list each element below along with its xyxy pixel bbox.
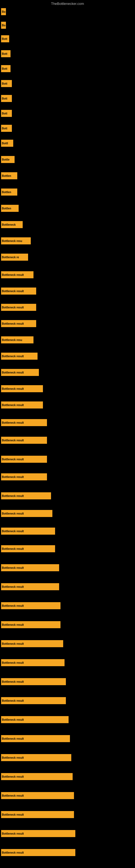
- bar: Bo: [1, 22, 6, 29]
- bar-item: Bo: [1, 8, 6, 15]
- bar: Bott: [1, 95, 12, 102]
- bar-item: Bo: [1, 22, 6, 29]
- bar: Bottleneck result: [1, 697, 66, 704]
- bar: Bottleneck result: [1, 716, 69, 723]
- bar-item: Bottleneck result: [1, 697, 66, 704]
- bar: Bottleneck result: [1, 811, 74, 818]
- bar: Bott: [1, 125, 12, 132]
- bar: Bottleneck result: [1, 369, 39, 376]
- bar: Bottleneck result: [1, 419, 47, 426]
- bar-item: Bottleneck result: [1, 510, 52, 517]
- bar-item: Bottlen: [1, 172, 17, 179]
- bar-item: Bottleneck result: [1, 492, 51, 499]
- bar: Bottleneck result: [1, 773, 73, 780]
- bar-item: Bottleneck result: [1, 352, 38, 360]
- bar: Bottleneck re: [1, 254, 28, 261]
- bar: Bottleneck result: [1, 320, 36, 327]
- bar-item: Bottleneck result: [1, 564, 59, 571]
- bar-item: Bottleneck result: [1, 437, 47, 444]
- bar-item: Bottlen: [1, 188, 17, 195]
- bar: Bottleneck result: [1, 849, 75, 856]
- bar-item: Bottleneck result: [1, 830, 75, 837]
- bar-item: Bott: [1, 35, 9, 42]
- bar-item: Bott: [1, 110, 12, 117]
- bar: Bottleneck result: [1, 304, 36, 311]
- bar-item: Bott: [1, 50, 10, 57]
- bar-item: Bottleneck result: [1, 545, 55, 552]
- bar: Bottleneck result: [1, 583, 59, 590]
- bar-item: Bottleneck result: [1, 320, 36, 327]
- bar-item: Bottleneck result: [1, 678, 66, 685]
- bar-item: Bottlen: [1, 205, 18, 212]
- bar-item: Bottleneck result: [1, 716, 69, 723]
- bar: Bottleneck result: [1, 287, 36, 294]
- bar-item: Bottleneck resu: [1, 237, 31, 244]
- bar-item: Bottleneck result: [1, 811, 74, 818]
- bar: Bottleneck result: [1, 510, 52, 517]
- bar: Bottleneck result: [1, 735, 70, 742]
- bar-item: Bott: [1, 95, 12, 102]
- bar-item: Bottleneck result: [1, 456, 47, 463]
- bar: Bott: [1, 80, 12, 87]
- bar-item: Bottleneck result: [1, 849, 75, 856]
- bar: Bottl: [1, 140, 13, 147]
- bar: Bottleneck result: [1, 754, 71, 761]
- site-title: TheBottlenecker.com: [0, 0, 135, 7]
- bar: Bottleneck result: [1, 473, 47, 480]
- bar-item: Bottleneck result: [1, 385, 43, 392]
- bar: Bottleneck result: [1, 271, 34, 278]
- bar: Bottleneck result: [1, 385, 43, 392]
- bar: Bottle: [1, 156, 14, 163]
- bar: Bottleneck resu: [1, 237, 31, 244]
- bar-item: Bottleneck result: [1, 602, 60, 609]
- bar-item: Bottleneck result: [1, 304, 36, 311]
- bar-item: Bottleneck: [1, 221, 23, 228]
- bar-item: Bottleneck result: [1, 640, 63, 647]
- bar: Bott: [1, 35, 9, 42]
- bar: Bottleneck resu: [1, 336, 34, 343]
- bar: Bottlen: [1, 172, 17, 179]
- bar-item: Bottleneck result: [1, 369, 39, 376]
- bar: Bottleneck result: [1, 492, 51, 499]
- bar-item: Bott: [1, 80, 12, 87]
- bar-item: Bottle: [1, 156, 14, 163]
- bar: Bottleneck result: [1, 602, 60, 609]
- bar-item: Bottleneck re: [1, 254, 28, 261]
- bar: Bo: [1, 8, 6, 15]
- bar-item: Bottleneck result: [1, 659, 64, 666]
- bar: Bottleneck result: [1, 437, 47, 444]
- bar-item: Bottleneck result: [1, 773, 73, 780]
- bar: Bottleneck result: [1, 792, 74, 799]
- bar: Bottleneck result: [1, 830, 75, 837]
- bar: Bott: [1, 50, 10, 57]
- bar: Bottleneck: [1, 221, 23, 228]
- bar-item: Bottleneck result: [1, 528, 55, 535]
- bar-item: Bottleneck result: [1, 621, 60, 628]
- bar: Bottleneck result: [1, 621, 60, 628]
- bar-item: Bottleneck result: [1, 401, 43, 408]
- bar-item: Bottleneck result: [1, 419, 47, 426]
- bar: Bottleneck result: [1, 401, 43, 408]
- bar: Bottleneck result: [1, 659, 64, 666]
- bar-item: Bottleneck result: [1, 754, 71, 761]
- bar-item: Bottleneck resu: [1, 336, 34, 343]
- bar-item: Bott: [1, 125, 12, 132]
- bar: Bott: [1, 65, 10, 72]
- bar-item: Bottleneck result: [1, 583, 59, 590]
- bar: Bottleneck result: [1, 352, 38, 360]
- bar-item: Bottleneck result: [1, 792, 74, 799]
- bar-item: Bottl: [1, 140, 13, 147]
- bar: Bottleneck result: [1, 545, 55, 552]
- bar: Bottleneck result: [1, 528, 55, 535]
- bar: Bottlen: [1, 188, 17, 195]
- bar-item: Bott: [1, 65, 10, 72]
- bar: Bottleneck result: [1, 456, 47, 463]
- bar: Bottleneck result: [1, 640, 63, 647]
- bar: Bott: [1, 110, 12, 117]
- bar-item: Bottleneck result: [1, 271, 34, 278]
- bar: Bottlen: [1, 205, 18, 212]
- bar: Bottleneck result: [1, 564, 59, 571]
- bar-item: Bottleneck result: [1, 735, 70, 742]
- bar-item: Bottleneck result: [1, 287, 36, 294]
- bar-item: Bottleneck result: [1, 473, 47, 480]
